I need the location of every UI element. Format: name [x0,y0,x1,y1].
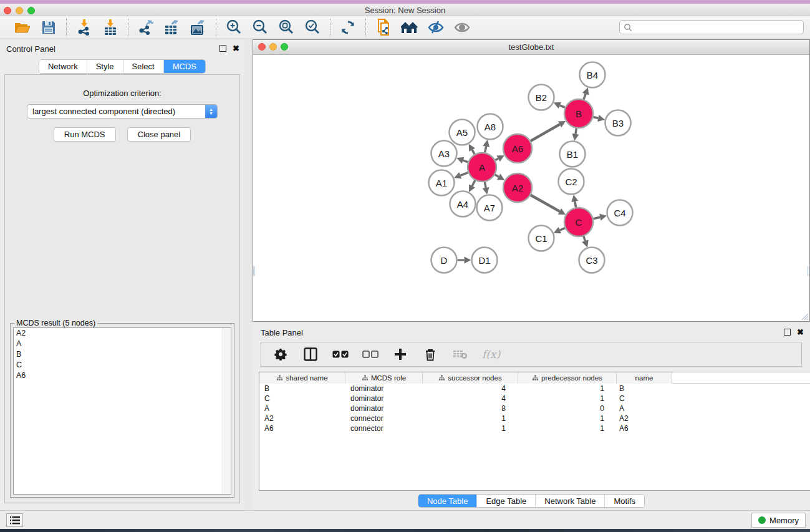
export-image-icon[interactable] [188,18,208,37]
network-canvas[interactable]: B4B2BB3A5A8A6B1A3AA1C2A2A4A7C4CC1C3DD1 [253,55,809,321]
memory-button[interactable]: Memory [751,513,806,528]
refresh-icon[interactable] [338,18,358,37]
edge-C-C2[interactable] [575,201,576,207]
edge-C-C3[interactable] [584,236,586,241]
split-panel-icon[interactable] [302,346,319,362]
frame-resize-grip[interactable] [801,313,809,321]
edge-A-A6[interactable] [495,158,498,160]
show-panels-button[interactable] [6,513,23,527]
graph-node-C4[interactable]: C4 [607,200,633,226]
select-all-columns-icon[interactable] [332,346,349,362]
edge-A-A2[interactable] [495,175,499,177]
graph-node-A1[interactable]: A1 [429,170,455,196]
export-network-icon[interactable] [136,18,156,37]
edge-C-C1[interactable] [560,228,565,231]
add-column-icon[interactable] [392,346,408,362]
graph-node-A8[interactable]: A8 [478,114,503,140]
tab-network-table[interactable]: Network Table [536,495,605,507]
delete-table-icon[interactable] [452,346,468,362]
column-header-shared-name[interactable]: shared name [259,372,345,384]
column-header-name[interactable]: name [617,372,672,384]
mcds-result-item[interactable]: C [14,360,231,370]
hide-details-icon[interactable] [426,18,446,37]
graph-node-B1[interactable]: B1 [560,142,586,167]
edge-A-A8[interactable] [485,147,486,153]
mcds-result-item[interactable]: A2 [14,328,231,339]
edge-B-B2[interactable] [560,105,565,108]
graph-node-B2[interactable]: B2 [529,85,554,110]
delete-column-icon[interactable] [422,346,438,362]
column-header-successor-nodes[interactable]: successor nodes [423,372,518,384]
edge-A-A5[interactable] [472,150,475,154]
table-row[interactable]: A2connector11A2 [259,414,810,423]
float-table-panel-icon[interactable] [784,329,791,336]
cybrowser-icon[interactable] [400,18,420,37]
tab-network[interactable]: Network [39,60,87,73]
graph-node-C1[interactable]: C1 [529,226,554,251]
tab-select[interactable]: Select [123,60,164,73]
edge-B-B1[interactable] [576,128,576,134]
graph-node-A4[interactable]: A4 [450,191,476,217]
edge-A-A7[interactable] [485,182,486,188]
zoom-out-icon[interactable] [250,18,270,37]
graph-node-D1[interactable]: D1 [472,248,498,273]
mcds-result-item[interactable]: A6 [14,370,231,381]
zoom-in-icon[interactable] [224,18,244,37]
edge-C-C4[interactable] [593,217,600,218]
graph-node-A5[interactable]: A5 [450,120,475,145]
column-header-predecessor-nodes[interactable]: predecessor nodes [518,372,617,384]
mcds-result-list[interactable]: A2ABCA6 [13,327,231,495]
graph-node-C[interactable]: C [564,208,593,236]
node-table[interactable]: shared nameMCDS rolesuccessor nodesprede… [259,372,810,491]
graph-node-A[interactable]: A [468,153,496,181]
unselect-all-columns-icon[interactable] [362,346,378,362]
frame-resize-handle-left[interactable] [253,266,255,276]
zoom-fit-icon[interactable] [276,18,296,37]
column-header-MCDS-role[interactable]: MCDS role [345,372,423,384]
zoom-selected-icon[interactable] [302,18,322,37]
edge-A-A4[interactable] [472,180,475,186]
network-view-titlebar[interactable]: testGlobe.txt [253,40,809,55]
table-row[interactable]: Adominator80A [259,404,810,414]
graph-node-B3[interactable]: B3 [605,110,631,136]
table-row[interactable]: Cdominator41C [259,394,810,404]
table-options-gear-icon[interactable] [272,346,289,362]
graph-node-A3[interactable]: A3 [432,141,457,167]
edge-A-A1[interactable] [460,173,468,176]
close-panel-button[interactable]: Close panel [127,127,191,142]
table-row[interactable]: Bdominator41B [259,384,810,394]
graph-node-B4[interactable]: B4 [580,62,605,88]
open-file-icon[interactable] [12,18,32,37]
edge-A6-B[interactable] [531,124,560,141]
table-row[interactable]: A6connector11A6 [259,423,810,433]
graph-node-C2[interactable]: C2 [559,169,584,195]
graph-node-A7[interactable]: A7 [477,195,503,221]
show-details-icon[interactable] [452,18,472,37]
tab-mcds[interactable]: MCDS [164,60,205,73]
run-mcds-button[interactable]: Run MCDS [54,127,116,142]
import-network-icon[interactable] [74,18,94,37]
tab-style[interactable]: Style [87,60,123,73]
tab-motifs[interactable]: Motifs [605,495,644,507]
function-builder-icon[interactable]: f(x) [482,348,500,360]
edge-B-B3[interactable] [593,117,598,118]
edge-A-A3[interactable] [463,160,468,162]
criterion-dropdown[interactable]: largest connected component (directed) ▲… [27,104,218,118]
float-panel-icon[interactable] [219,45,226,52]
mcds-result-item[interactable]: B [14,349,231,360]
save-session-icon[interactable] [39,18,59,37]
close-panel-icon[interactable]: ✖ [233,45,239,52]
tab-node-table[interactable]: Node Table [418,495,478,507]
graph-node-C3[interactable]: C3 [579,248,605,273]
search-input[interactable] [632,22,803,33]
edge-A2-C[interactable] [531,195,560,211]
graph-node-B[interactable]: B [564,99,593,128]
import-table-icon[interactable] [100,18,120,37]
graph-node-D[interactable]: D [432,248,457,273]
result-list-scrollbar[interactable] [223,328,231,494]
export-table-icon[interactable] [162,18,182,37]
frame-resize-handle-right[interactable] [808,266,809,276]
search-field[interactable] [619,20,804,34]
clone-network-icon[interactable] [374,18,393,37]
mcds-result-item[interactable]: A [14,339,231,349]
